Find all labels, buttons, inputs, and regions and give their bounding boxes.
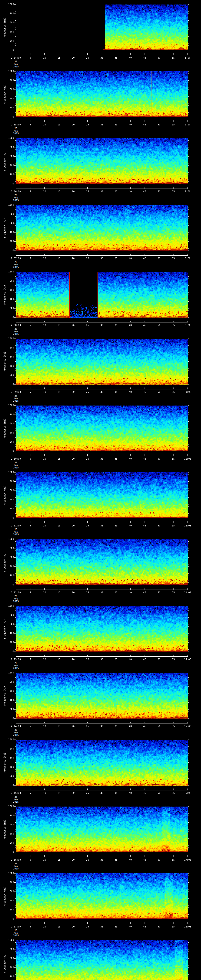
x-end-time-label: 10:00	[176, 391, 199, 393]
y-tick-label: 200	[2, 107, 14, 109]
y-tick-label: 200	[2, 40, 14, 42]
x-end-time-label: 16:00	[176, 792, 199, 794]
y-tick-label: 0	[2, 784, 14, 786]
spectrogram-heatmap	[0, 67, 201, 126]
y-tick-label: 400	[2, 97, 14, 100]
y-tick-label: 600	[2, 623, 14, 625]
spectrogram-panel: Frequency (Hz)020040060080010002:11:0051…	[0, 468, 201, 535]
y-tick-label: 0	[2, 584, 14, 586]
y-tick-label: 800	[2, 414, 14, 416]
y-tick-label: 600	[2, 890, 14, 893]
y-tick-label: 600	[2, 556, 14, 558]
spectrogram-heatmap	[0, 401, 201, 460]
x-end-time-label: 8:00	[176, 257, 199, 260]
y-tick-label: 1000	[2, 270, 14, 273]
y-tick-label: 200	[2, 775, 14, 777]
y-tick-label: 600	[2, 823, 14, 826]
y-tick-label: 0	[2, 450, 14, 452]
y-axis-title: Frequency (Hz)	[3, 218, 6, 238]
y-tick-label: 600	[2, 356, 14, 358]
y-tick-label: 400	[2, 833, 14, 835]
spectrogram-panel: Frequency (Hz)020040060080010002:18:0051…	[0, 936, 201, 980]
y-tick-label: 800	[2, 881, 14, 884]
y-tick-label: 1000	[2, 939, 14, 942]
y-tick-label: 200	[2, 374, 14, 376]
y-axis-title: Frequency (Hz)	[3, 352, 6, 371]
y-tick-label: 800	[2, 614, 14, 616]
y-tick-label: 200	[2, 975, 14, 978]
y-tick-label: 0	[2, 918, 14, 920]
y-tick-label: 800	[2, 748, 14, 750]
spectrogram-heatmap	[0, 936, 201, 980]
y-tick-label: 800	[2, 480, 14, 483]
y-tick-label: 400	[2, 899, 14, 902]
y-tick-label: 800	[2, 146, 14, 149]
spectrogram-panel: Frequency (Hz)020040060080010002:16:0051…	[0, 802, 201, 869]
x-end-time-label: 9:00	[176, 324, 199, 326]
y-tick-label: 400	[2, 565, 14, 568]
y-tick-label: 400	[2, 30, 14, 33]
y-tick-label: 1000	[2, 538, 14, 540]
y-tick-label: 800	[2, 213, 14, 215]
y-tick-label: 0	[2, 316, 14, 319]
y-tick-label: 0	[2, 717, 14, 720]
spectrogram-panel: Frequency (Hz)020040060080010002:12:0051…	[0, 535, 201, 601]
y-tick-label: 0	[2, 517, 14, 519]
spectrogram-heatmap	[0, 468, 201, 527]
y-tick-label: 800	[2, 12, 14, 15]
y-tick-label: 200	[2, 240, 14, 243]
y-tick-label: 800	[2, 815, 14, 817]
x-end-time-label: 6:00	[176, 124, 199, 126]
x-end-time-label: 12:00	[176, 525, 199, 527]
y-tick-label: 0	[2, 650, 14, 653]
y-tick-label: 200	[2, 641, 14, 644]
y-axis-title: Frequency (Hz)	[3, 285, 6, 305]
y-tick-label: 1000	[2, 605, 14, 607]
y-tick-label: 200	[2, 173, 14, 176]
y-tick-label: 400	[2, 498, 14, 501]
y-tick-label: 1000	[2, 204, 14, 206]
y-tick-label: 1000	[2, 872, 14, 875]
y-tick-label: 0	[2, 383, 14, 385]
y-tick-label: 200	[2, 842, 14, 844]
y-tick-label: 600	[2, 690, 14, 692]
y-axis-title: Frequency (Hz)	[3, 886, 6, 906]
spectrogram-heatmap	[0, 735, 201, 794]
y-tick-label: 400	[2, 699, 14, 702]
y-tick-label: 400	[2, 164, 14, 167]
x-end-time-label: 14:00	[176, 658, 199, 661]
y-tick-label: 0	[2, 249, 14, 252]
y-tick-label: 600	[2, 489, 14, 492]
y-tick-label: 200	[2, 908, 14, 911]
y-tick-label: 1000	[2, 337, 14, 340]
y-tick-label: 0	[2, 49, 14, 51]
y-axis-title: Frequency (Hz)	[3, 151, 6, 171]
spectrogram-heatmap	[0, 601, 201, 660]
y-tick-label: 600	[2, 222, 14, 224]
y-tick-label: 200	[2, 441, 14, 443]
y-tick-label: 600	[2, 757, 14, 759]
y-axis-title: Frequency (Hz)	[3, 819, 6, 839]
y-tick-label: 200	[2, 307, 14, 310]
spectrogram-panel: Frequency (Hz)020040060080010002:06:0051…	[0, 134, 201, 200]
spectrogram-panel: Frequency (Hz)020040060080010002:08:0051…	[0, 267, 201, 334]
y-axis-title: Frequency (Hz)	[3, 953, 6, 973]
y-tick-label: 0	[2, 851, 14, 853]
y-tick-label: 400	[2, 365, 14, 367]
y-axis-title: Frequency (Hz)	[3, 418, 6, 438]
y-tick-label: 800	[2, 948, 14, 951]
spectrogram-heatmap	[0, 668, 201, 727]
spectrogram-heatmap	[0, 802, 201, 861]
spectrogram-panel: Frequency (Hz)020040060080010002:14:0051…	[0, 668, 201, 735]
y-tick-label: 600	[2, 155, 14, 158]
y-tick-label: 400	[2, 632, 14, 635]
spectrogram-panel: Frequency (Hz)020040060080010002:09:0051…	[0, 334, 201, 401]
x-end-time-label: 18:00	[176, 926, 199, 928]
y-tick-label: 1000	[2, 671, 14, 674]
spectrogram-panel: Frequency (Hz)020040060080010002:04:0051…	[0, 0, 201, 67]
spectrogram-heatmap	[0, 200, 201, 259]
y-tick-label: 800	[2, 347, 14, 349]
spectrogram-heatmap	[0, 0, 201, 59]
spectrogram-heatmap	[0, 535, 201, 593]
y-tick-label: 400	[2, 431, 14, 434]
